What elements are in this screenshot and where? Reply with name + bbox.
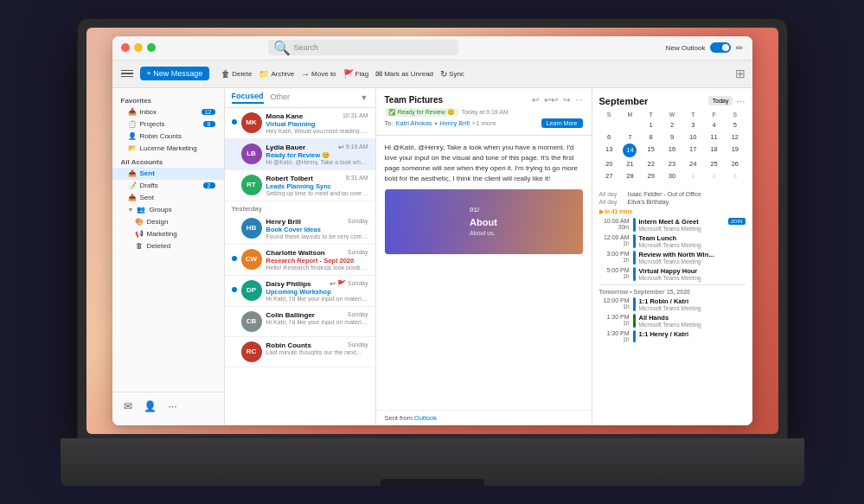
calendar-event[interactable]: 1:30 PM1h All Hands Microsoft Teams Meet… — [599, 314, 746, 328]
cal-day[interactable]: 1 — [683, 170, 703, 182]
sync-action[interactable]: ↻ Sync — [440, 69, 464, 79]
tab-other[interactable]: Other — [271, 93, 291, 103]
reply-all-icon[interactable]: ↩↩ — [544, 95, 558, 105]
calendar-event[interactable]: 3:00 PM1h Review with North Win... Micro… — [599, 251, 746, 265]
sidebar-item-drafts[interactable]: 📝 Drafts 2 — [112, 180, 224, 192]
cal-day[interactable]: 21 — [620, 158, 640, 169]
people-nav-icon[interactable]: 👤 — [142, 398, 159, 415]
sidebar-item-sent2[interactable]: 📤 Sent — [112, 192, 224, 204]
calendar-event[interactable]: 1:30 PM1h 1:1 Henry / Katri — [599, 330, 746, 342]
cal-day-today[interactable]: 14 — [623, 144, 637, 157]
learn-more-button[interactable]: Learn More — [541, 118, 583, 128]
calendar-event[interactable]: 5:00 PM1h Virtual Happy Hour Microsoft T… — [599, 267, 746, 281]
sidebar-item-deleted[interactable]: 🗑 Deleted — [112, 240, 224, 252]
archive-action[interactable]: 📁 Archive — [259, 69, 294, 79]
footer-link[interactable]: Outlook — [414, 414, 437, 422]
cal-day[interactable] — [620, 119, 640, 131]
minimize-button[interactable] — [134, 43, 143, 52]
sidebar-item-inbox[interactable]: 📥 Inbox 12 — [112, 106, 224, 118]
sidebar-item-sent[interactable]: 📤 Sent — [112, 168, 224, 180]
cal-day[interactable]: 12 — [725, 131, 745, 143]
message-item[interactable]: MK Mona Kane 10:31 AM Virtual Planning H… — [225, 108, 375, 139]
cal-day[interactable]: 25 — [704, 158, 724, 169]
cal-day[interactable]: 20 — [599, 158, 619, 169]
sidebar-item-design[interactable]: 🎨 Design — [112, 216, 224, 228]
calendar-more-icon[interactable]: ··· — [736, 95, 745, 107]
day-header-w: W — [662, 111, 682, 118]
cal-day[interactable]: 9 — [662, 131, 682, 143]
sidebar-item-lucerne[interactable]: 📂 Lucerne Marketing — [112, 143, 224, 155]
sidebar-item-robin[interactable]: 👤 Robin Counts — [112, 131, 224, 143]
cal-day[interactable]: 18 — [704, 144, 724, 157]
cal-day[interactable]: 22 — [641, 158, 661, 169]
cal-day[interactable]: 8 — [641, 131, 661, 143]
reply-icon[interactable]: ↩ — [532, 95, 539, 105]
message-item[interactable]: HB Henry Brill Sunday Book Cover Ideas F… — [225, 214, 375, 245]
avatar: CW — [241, 249, 262, 270]
cal-day[interactable]: 13 — [599, 144, 619, 157]
join-badge[interactable]: JOIN — [728, 218, 746, 225]
cal-day[interactable]: 1 — [641, 119, 661, 131]
cal-day[interactable]: 17 — [683, 144, 703, 157]
cal-day[interactable]: 19 — [725, 144, 745, 157]
calendar-event[interactable]: 10:00 AM30m Intern Meet & Greet Microsof… — [599, 218, 746, 232]
filter-icon[interactable]: ▼ — [361, 93, 368, 102]
mark-unread-action[interactable]: ✉ Mark as Unread — [375, 69, 433, 79]
message-item[interactable]: DP Daisy Phillips ↩ 🚩 Sunday — [225, 276, 375, 307]
delete-action[interactable]: 🗑 Delete — [221, 69, 252, 79]
more-icon[interactable]: ··· — [575, 95, 582, 105]
search-bar[interactable]: 🔍 Search — [268, 40, 458, 55]
event-details: Virtual Happy Hour Microsoft Teams Meeti… — [639, 267, 746, 281]
cal-day[interactable]: 3 — [725, 170, 745, 182]
cal-day[interactable]: 3 — [683, 119, 703, 131]
message-item[interactable]: LB Lydia Bauer ↩ 9:19 AM — [225, 139, 375, 170]
sidebar-bottom: ✉ 👤 ··· — [112, 392, 224, 420]
message-item[interactable]: RT Robert Tolbert 8:31 AM Leads Planning… — [225, 170, 375, 201]
sidebar-item-marketing[interactable]: 📢 Marketing — [112, 228, 224, 240]
cal-day[interactable]: 24 — [683, 158, 703, 169]
tab-focused[interactable]: Focused — [232, 92, 264, 104]
cal-day[interactable]: 10 — [683, 131, 703, 143]
today-button[interactable]: Today — [708, 96, 733, 105]
cal-day[interactable] — [599, 119, 619, 131]
mail-nav-icon[interactable]: ✉ — [119, 398, 137, 415]
hamburger-menu[interactable] — [119, 68, 135, 80]
message-list: Focused Other ▼ MK — [225, 88, 376, 425]
sidebar-item-groups[interactable]: ▼ 👥 Groups — [112, 204, 224, 216]
calendar-event[interactable]: 12:00 PM1h 1:1 Robin / Katri Microsoft T… — [599, 297, 746, 311]
cal-day[interactable]: 26 — [725, 158, 745, 169]
cal-day[interactable]: 11 — [704, 131, 724, 143]
flag-action[interactable]: 🚩 Flag — [343, 69, 369, 79]
new-outlook-toggle[interactable] — [710, 42, 731, 53]
new-message-button[interactable]: + New Message — [140, 67, 210, 80]
cal-day[interactable]: 29 — [641, 170, 661, 182]
forward-icon[interactable]: ↪ — [563, 95, 570, 105]
all-day-label: All day — [599, 199, 625, 205]
move-to-action[interactable]: → Move to — [301, 69, 336, 79]
maximize-button[interactable] — [147, 43, 156, 52]
fullscreen-icon[interactable]: ⊞ — [735, 67, 746, 80]
cal-day[interactable]: 7 — [620, 131, 640, 143]
cal-day[interactable]: 5 — [725, 119, 745, 131]
calendar-event[interactable]: 12:00 AM1h Team Lunch Microsoft Teams Me… — [599, 234, 746, 248]
cal-day[interactable]: 30 — [662, 170, 682, 182]
cal-day[interactable]: 6 — [599, 131, 619, 143]
close-button[interactable] — [121, 43, 130, 52]
cal-day[interactable]: 2 — [662, 119, 682, 131]
message-item[interactable]: RC Robin Counts Sunday Last minute thoug… — [225, 337, 375, 367]
cal-day[interactable]: 4 — [704, 119, 724, 131]
cal-day[interactable]: 2 — [704, 170, 724, 182]
more-nav-icon[interactable]: ··· — [164, 398, 182, 415]
cal-day[interactable]: 23 — [662, 158, 682, 169]
message-item[interactable]: CW Charlotte Waltson Sunday Research Rep… — [225, 245, 375, 276]
cal-day[interactable]: 16 — [662, 144, 682, 157]
sidebar-item-projects[interactable]: 📋 Projects 8 — [112, 118, 224, 131]
message-sender: Henry Brill Sunday — [266, 218, 368, 226]
cal-day[interactable]: 28 — [620, 170, 640, 182]
compose-icon[interactable]: ✏ — [736, 43, 743, 53]
cal-day[interactable]: 27 — [599, 170, 619, 182]
groups-label: Groups — [149, 206, 171, 214]
cal-day[interactable]: 15 — [641, 144, 661, 157]
sender-name: Charlotte Waltson — [266, 249, 325, 257]
message-item[interactable]: CB Colin Ballinger Sunday Hi Katri, I'd … — [225, 307, 375, 337]
